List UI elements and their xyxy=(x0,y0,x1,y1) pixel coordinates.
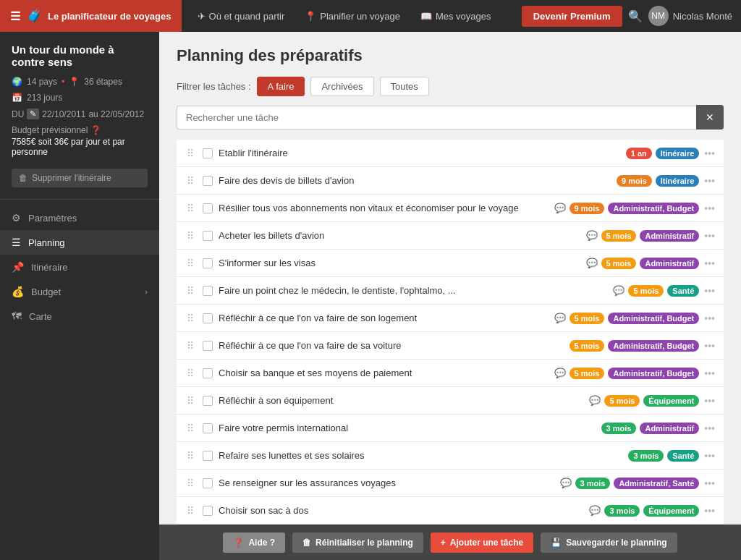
more-options-button[interactable]: ••• xyxy=(703,478,716,489)
more-options-button[interactable]: ••• xyxy=(703,423,716,434)
more-options-button[interactable]: ••• xyxy=(703,395,716,407)
logo-area[interactable]: ☰ 🧳 Le planificateur de voyages xyxy=(0,0,182,32)
more-options-button[interactable]: ••• xyxy=(703,258,716,269)
task-checkbox[interactable] xyxy=(203,341,213,351)
task-checkbox[interactable] xyxy=(203,258,213,268)
nav-mytrips[interactable]: 📖 Mes voyages xyxy=(412,7,500,26)
chevron-right-icon: › xyxy=(145,287,148,296)
task-checkbox[interactable] xyxy=(203,478,213,488)
task-meta: 💬 3 mois Administratif, Santé ••• xyxy=(560,478,716,489)
drag-handle[interactable]: ⠿ xyxy=(184,368,197,379)
more-options-button[interactable]: ••• xyxy=(703,340,716,352)
task-checkbox[interactable] xyxy=(203,368,213,378)
drag-handle[interactable]: ⠿ xyxy=(184,505,197,517)
sidebar-item-budget[interactable]: 💰 Budget › xyxy=(0,279,159,304)
delete-itinerary-button[interactable]: 🗑 Supprimer l'itinéraire xyxy=(12,169,148,187)
task-text: Faire votre permis international xyxy=(219,423,596,433)
reset-planning-button[interactable]: 🗑 Réinitialiser le planning xyxy=(292,533,423,553)
trip-meta: 🌍 14 pays • 📍 36 étapes xyxy=(0,77,159,90)
more-options-button[interactable]: ••• xyxy=(703,203,716,214)
nav-where[interactable]: ✈ Où et quand partir xyxy=(189,7,294,26)
task-meta: 💬 5 mois Administratif ••• xyxy=(586,258,716,269)
drag-handle[interactable]: ⠿ xyxy=(184,230,197,242)
task-checkbox[interactable] xyxy=(203,396,213,406)
task-checkbox[interactable] xyxy=(203,313,213,323)
comment-icon: 💬 xyxy=(554,368,566,378)
drag-handle[interactable]: ⠿ xyxy=(184,148,197,159)
task-checkbox[interactable] xyxy=(203,203,213,213)
sidebar-item-map[interactable]: 🗺 Carte xyxy=(0,304,159,328)
budget-value: 7585€ soit 36€ par jour et par personne xyxy=(12,137,148,157)
logo-icon: 🧳 xyxy=(26,8,42,24)
filter-all[interactable]: Toutes xyxy=(380,77,429,96)
drag-handle[interactable]: ⠿ xyxy=(184,258,197,269)
hamburger-icon[interactable]: ☰ xyxy=(10,9,20,23)
filter-todo[interactable]: A faire xyxy=(257,77,305,96)
drag-handle[interactable]: ⠿ xyxy=(184,203,197,214)
task-meta: 💬 5 mois Santé ••• xyxy=(613,285,716,297)
task-checkbox[interactable] xyxy=(203,286,213,296)
trash-icon: 🗑 xyxy=(19,173,27,183)
task-checkbox[interactable] xyxy=(203,231,213,241)
more-options-button[interactable]: ••• xyxy=(703,285,716,297)
tag-badge: Administratif, Budget xyxy=(608,203,699,214)
drag-handle[interactable]: ⠿ xyxy=(184,423,197,434)
more-options-button[interactable]: ••• xyxy=(703,230,716,242)
filter-label: Filtrer les tâches : xyxy=(177,81,251,92)
save-planning-button[interactable]: 💾 Sauvegarder le planning xyxy=(541,533,677,553)
task-text: Réfléchir à ce que l'on va faire de sa v… xyxy=(219,340,564,351)
tag-badge: Équipement xyxy=(643,505,699,517)
more-options-button[interactable]: ••• xyxy=(703,368,716,379)
task-row: ⠿ Choisir son sac à dos 💬 3 mois Équipem… xyxy=(177,497,724,525)
drag-handle[interactable]: ⠿ xyxy=(184,450,197,462)
task-text: Faire des devis de billets d'avion xyxy=(219,175,611,186)
task-text: Etablir l'itinéraire xyxy=(219,148,620,158)
search-clear-button[interactable]: ✕ xyxy=(696,105,724,130)
premium-button[interactable]: Devenir Premium xyxy=(522,6,622,27)
sidebar-item-planning[interactable]: ☰ Planning xyxy=(0,230,159,255)
task-meta: 💬 3 mois Équipement ••• xyxy=(589,505,716,517)
sidebar-item-settings[interactable]: ⚙ Paramètres xyxy=(0,205,159,230)
drag-handle[interactable]: ⠿ xyxy=(184,395,197,407)
main-content: Planning des préparatifs Filtrer les tâc… xyxy=(159,32,741,560)
more-options-button[interactable]: ••• xyxy=(703,505,716,517)
drag-handle[interactable]: ⠿ xyxy=(184,340,197,352)
nav-actions: Devenir Premium 🔍 NM Nicolas Monté xyxy=(522,6,741,27)
filter-archived[interactable]: Archivées xyxy=(310,77,373,96)
more-options-button[interactable]: ••• xyxy=(703,313,716,324)
more-options-button[interactable]: ••• xyxy=(703,175,716,187)
time-badge: 5 mois xyxy=(601,230,637,242)
drag-handle[interactable]: ⠿ xyxy=(184,285,197,297)
drag-handle[interactable]: ⠿ xyxy=(184,313,197,324)
bottom-toolbar: ❓ Aide ? 🗑 Réinitialiser le planning + A… xyxy=(159,525,741,560)
user-menu[interactable]: NM Nicolas Monté xyxy=(648,6,732,26)
search-input[interactable] xyxy=(177,106,696,130)
more-options-button[interactable]: ••• xyxy=(703,148,716,159)
task-checkbox[interactable] xyxy=(203,451,213,461)
drag-handle[interactable]: ⠿ xyxy=(184,478,197,489)
add-task-button[interactable]: + Ajouter une tâche xyxy=(431,533,533,553)
drag-handle[interactable]: ⠿ xyxy=(184,175,197,187)
task-row: ⠿ S'informer sur les visas 💬 5 mois Admi… xyxy=(177,250,724,277)
task-checkbox[interactable] xyxy=(203,423,213,433)
help-icon: ❓ xyxy=(233,538,244,548)
date-edit-icon[interactable]: ✎ xyxy=(27,109,39,119)
task-text: Choisir sa banque et ses moyens de paiem… xyxy=(219,368,549,378)
more-options-button[interactable]: ••• xyxy=(703,450,716,462)
task-text: Se renseigner sur les assurances voyages xyxy=(219,478,554,488)
search-icon[interactable]: 🔍 xyxy=(628,9,643,23)
nav-plan[interactable]: 📍 Planifier un voyage xyxy=(296,7,409,26)
task-checkbox[interactable] xyxy=(203,506,213,516)
help-button[interactable]: ❓ Aide ? xyxy=(223,533,285,553)
task-row: ⠿ Faire un point chez le médecin, le den… xyxy=(177,277,724,305)
comment-icon: 💬 xyxy=(589,505,601,516)
time-badge: 5 mois xyxy=(601,258,637,269)
tag-badge: Administratif, Budget xyxy=(608,340,699,352)
task-checkbox[interactable] xyxy=(203,148,213,158)
task-row: ⠿ Résilier tous vos abonnements non vita… xyxy=(177,195,724,222)
dot-separator: • xyxy=(62,77,64,87)
sidebar-item-itinerary[interactable]: 📌 Itinéraire xyxy=(0,255,159,279)
task-text: Réfléchir à ce que l'on va faire de son … xyxy=(219,313,549,323)
trip-title: Un tour du monde à contre sens xyxy=(0,43,159,77)
task-checkbox[interactable] xyxy=(203,176,213,186)
